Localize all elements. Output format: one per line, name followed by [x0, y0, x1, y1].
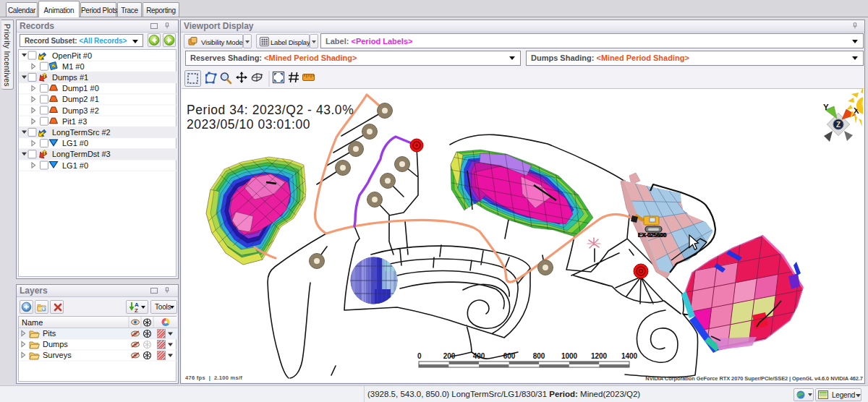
svg-text:Pit1 #3: Pit1 #3: [62, 117, 87, 126]
svg-text:Dump2 #1: Dump2 #1: [62, 95, 99, 103]
svg-text:1400: 1400: [621, 352, 638, 360]
svg-text:600: 600: [503, 352, 516, 360]
svg-text:LG1 #0: LG1 #0: [62, 161, 88, 170]
svg-text:LongTermSrc #2: LongTermSrc #2: [52, 128, 111, 137]
svg-text:Pits: Pits: [43, 329, 56, 338]
svg-text:200: 200: [443, 352, 456, 360]
svg-text:800: 800: [533, 352, 545, 360]
svg-text:400: 400: [473, 352, 485, 360]
svg-text:Dump3 #2: Dump3 #2: [62, 106, 99, 115]
svg-text:Dump1 #0: Dump1 #0: [62, 84, 99, 93]
svg-text:NVIDIA Corporation GeForce RTX: NVIDIA Corporation GeForce RTX 2070 Supe…: [645, 375, 863, 382]
svg-text:Dumps: Dumps: [43, 340, 68, 348]
svg-text:OpenPit #0: OpenPit #0: [52, 51, 92, 60]
svg-text:EX-025600: EX-025600: [639, 231, 668, 239]
svg-text:476 fps | 2.100 ms/f: 476 fps | 2.100 ms/f: [185, 375, 242, 381]
svg-text:Y: Y: [823, 103, 829, 111]
svg-text:LongTermDst #3: LongTermDst #3: [52, 150, 111, 158]
svg-text:Name: Name: [22, 318, 43, 327]
svg-text:Z: Z: [836, 121, 841, 129]
svg-text:1200: 1200: [591, 352, 608, 360]
svg-text:Dumps #1: Dumps #1: [52, 73, 88, 82]
svg-text:0: 0: [417, 352, 422, 360]
svg-text:2023/05/10 03:01:00: 2023/05/10 03:01:00: [187, 117, 310, 132]
svg-text:Period 34: 2023/Q2 - 43.0%: Period 34: 2023/Q2 - 43.0%: [187, 103, 354, 117]
svg-text:1000: 1000: [561, 352, 578, 360]
svg-text:Surveys: Surveys: [43, 351, 72, 359]
svg-text:M1 #0: M1 #0: [62, 62, 85, 71]
svg-text:LG1 #0: LG1 #0: [62, 139, 88, 147]
svg-text:Z: Z: [135, 307, 138, 314]
